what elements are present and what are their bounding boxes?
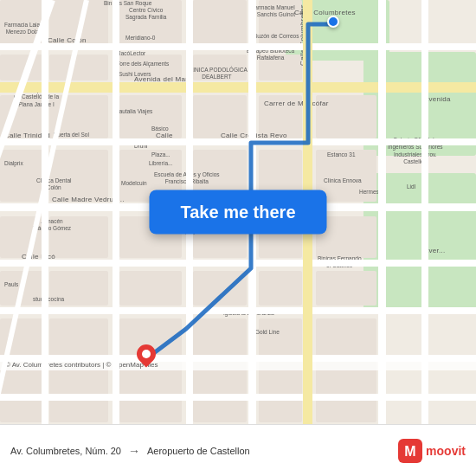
svg-rect-13 bbox=[378, 0, 386, 424]
destination-marker bbox=[137, 344, 156, 369]
svg-rect-4 bbox=[0, 260, 476, 267]
moovit-icon: M bbox=[398, 439, 422, 463]
svg-rect-8 bbox=[42, 0, 48, 424]
route-arrow: → bbox=[128, 444, 140, 458]
route-from: Av. Columbretes, Núm. 20 bbox=[10, 446, 121, 456]
moovit-logo: M moovit bbox=[398, 439, 466, 463]
map-container: Calle Colón Avenida del Mar Calle Columb… bbox=[0, 0, 476, 424]
moovit-text: moovit bbox=[426, 444, 466, 458]
take-me-there-button[interactable]: Take me there bbox=[149, 190, 326, 235]
svg-rect-1 bbox=[0, 82, 476, 93]
svg-rect-5 bbox=[0, 307, 476, 314]
svg-rect-2 bbox=[0, 138, 476, 145]
route-to: Aeropuerto de Castellon bbox=[147, 446, 250, 456]
svg-rect-6 bbox=[0, 355, 476, 362]
svg-rect-7 bbox=[0, 394, 476, 401]
svg-rect-9 bbox=[113, 0, 119, 424]
bottom-bar: Av. Columbretes, Núm. 20 → Aeropuerto de… bbox=[0, 424, 476, 476]
origin-marker bbox=[327, 16, 339, 28]
svg-text:M: M bbox=[404, 444, 415, 459]
svg-rect-14 bbox=[421, 0, 428, 424]
svg-rect-0 bbox=[0, 43, 476, 50]
route-info: Av. Columbretes, Núm. 20 → Aeropuerto de… bbox=[10, 444, 398, 458]
